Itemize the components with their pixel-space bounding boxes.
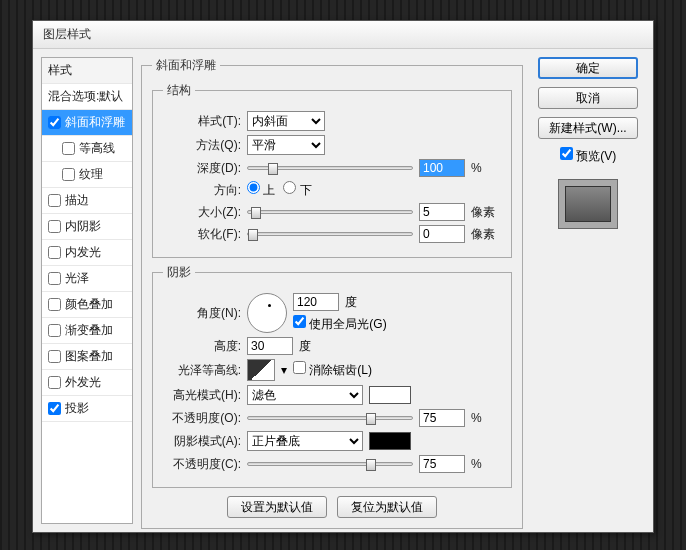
satin-item[interactable]: 光泽 — [42, 266, 132, 292]
highlight-mode-label: 高光模式(H): — [163, 387, 241, 404]
structure-legend: 结构 — [163, 82, 195, 99]
preview-swatch — [558, 179, 618, 229]
dir-down[interactable]: 下 — [283, 181, 311, 199]
size-label: 大小(Z): — [163, 204, 241, 221]
style-label: 样式(T): — [163, 113, 241, 130]
inner-glow-check[interactable] — [48, 246, 61, 259]
structure-group: 结构 样式(T): 内斜面 方法(Q): 平滑 深度(D): % — [152, 82, 512, 258]
ok-button[interactable]: 确定 — [538, 57, 638, 79]
shadow-mode-select[interactable]: 正片叠底 — [247, 431, 363, 451]
highlight-mode-select[interactable]: 滤色 — [247, 385, 363, 405]
shadow-opacity-input[interactable] — [419, 455, 465, 473]
stroke-check[interactable] — [48, 194, 61, 207]
style-select[interactable]: 内斜面 — [247, 111, 325, 131]
highlight-opacity-input[interactable] — [419, 409, 465, 427]
new-style-button[interactable]: 新建样式(W)... — [538, 117, 638, 139]
color-overlay-check[interactable] — [48, 298, 61, 311]
highlight-opacity-label: 不透明度(O): — [163, 410, 241, 427]
angle-unit: 度 — [345, 294, 357, 311]
shadow-mode-label: 阴影模式(A): — [163, 433, 241, 450]
size-slider[interactable] — [247, 210, 413, 214]
outer-glow-check[interactable] — [48, 376, 61, 389]
soften-input[interactable] — [419, 225, 465, 243]
inner-glow-item[interactable]: 内发光 — [42, 240, 132, 266]
anti-alias[interactable]: 消除锯齿(L) — [293, 361, 372, 379]
pattern-overlay-item[interactable]: 图案叠加 — [42, 344, 132, 370]
center-panel: 斜面和浮雕 结构 样式(T): 内斜面 方法(Q): 平滑 深度(D): — [141, 57, 523, 524]
altitude-label: 高度: — [163, 338, 241, 355]
titlebar[interactable]: 图层样式 — [33, 21, 653, 49]
inner-shadow-item[interactable]: 内阴影 — [42, 214, 132, 240]
drop-shadow-check[interactable] — [48, 402, 61, 415]
soften-unit: 像素 — [471, 226, 501, 243]
satin-check[interactable] — [48, 272, 61, 285]
dialog-title: 图层样式 — [43, 26, 91, 43]
reset-default-button[interactable]: 复位为默认值 — [337, 496, 437, 518]
right-panel: 确定 取消 新建样式(W)... 预览(V) — [531, 57, 645, 524]
highlight-opacity-slider[interactable] — [247, 416, 413, 420]
gloss-label: 光泽等高线: — [163, 362, 241, 379]
technique-label: 方法(Q): — [163, 137, 241, 154]
inner-shadow-check[interactable] — [48, 220, 61, 233]
gradient-overlay-item[interactable]: 渐变叠加 — [42, 318, 132, 344]
layer-style-dialog: 图层样式 样式 混合选项:默认 斜面和浮雕 等高线 纹理 描边 内阴影 内发光 … — [32, 20, 654, 533]
shadow-opacity-slider[interactable] — [247, 462, 413, 466]
chevron-down-icon[interactable]: ▾ — [281, 363, 287, 377]
stroke-item[interactable]: 描边 — [42, 188, 132, 214]
bevel-group: 斜面和浮雕 结构 样式(T): 内斜面 方法(Q): 平滑 深度(D): — [141, 57, 523, 529]
preview-toggle[interactable]: 预览(V) — [560, 147, 616, 165]
blend-options[interactable]: 混合选项:默认 — [42, 84, 132, 110]
depth-input[interactable] — [419, 159, 465, 177]
contour-check[interactable] — [62, 142, 75, 155]
drop-shadow-item[interactable]: 投影 — [42, 396, 132, 422]
bevel-legend: 斜面和浮雕 — [152, 57, 220, 74]
angle-dial[interactable] — [247, 293, 287, 333]
texture-check[interactable] — [62, 168, 75, 181]
highlight-color-swatch[interactable] — [369, 386, 411, 404]
angle-label: 角度(N): — [163, 305, 241, 322]
depth-unit: % — [471, 161, 501, 175]
color-overlay-item[interactable]: 颜色叠加 — [42, 292, 132, 318]
altitude-unit: 度 — [299, 338, 311, 355]
texture-item[interactable]: 纹理 — [42, 162, 132, 188]
size-input[interactable] — [419, 203, 465, 221]
outer-glow-item[interactable]: 外发光 — [42, 370, 132, 396]
gloss-contour-swatch[interactable] — [247, 359, 275, 381]
hi-op-unit: % — [471, 411, 501, 425]
cancel-button[interactable]: 取消 — [538, 87, 638, 109]
size-unit: 像素 — [471, 204, 501, 221]
technique-select[interactable]: 平滑 — [247, 135, 325, 155]
soften-label: 软化(F): — [163, 226, 241, 243]
style-list: 样式 混合选项:默认 斜面和浮雕 等高线 纹理 描边 内阴影 内发光 光泽 颜色… — [41, 57, 133, 524]
shadow-color-swatch[interactable] — [369, 432, 411, 450]
shading-group: 阴影 角度(N): 度 使用全局光(G) 高度: — [152, 264, 512, 488]
gradient-overlay-check[interactable] — [48, 324, 61, 337]
depth-slider[interactable] — [247, 166, 413, 170]
angle-input[interactable] — [293, 293, 339, 311]
pattern-overlay-check[interactable] — [48, 350, 61, 363]
altitude-input[interactable] — [247, 337, 293, 355]
depth-label: 深度(D): — [163, 160, 241, 177]
sh-op-unit: % — [471, 457, 501, 471]
bevel-check[interactable] — [48, 116, 61, 129]
set-default-button[interactable]: 设置为默认值 — [227, 496, 327, 518]
soften-slider[interactable] — [247, 232, 413, 236]
contour-item[interactable]: 等高线 — [42, 136, 132, 162]
dir-up[interactable]: 上 — [247, 181, 275, 199]
shadow-opacity-label: 不透明度(C): — [163, 456, 241, 473]
direction-label: 方向: — [163, 182, 241, 199]
bevel-emboss-item[interactable]: 斜面和浮雕 — [42, 110, 132, 136]
styles-header[interactable]: 样式 — [42, 58, 132, 84]
global-light[interactable]: 使用全局光(G) — [293, 315, 387, 333]
shading-legend: 阴影 — [163, 264, 195, 281]
